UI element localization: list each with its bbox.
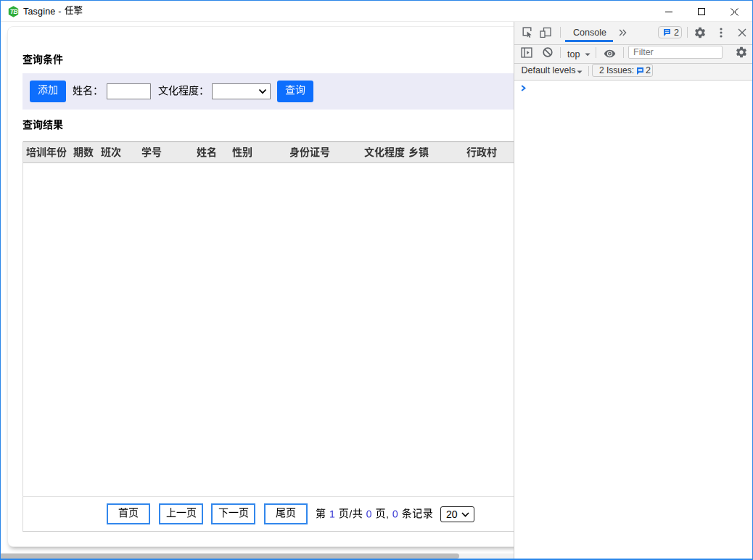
svg-text:TB: TB <box>10 8 18 15</box>
